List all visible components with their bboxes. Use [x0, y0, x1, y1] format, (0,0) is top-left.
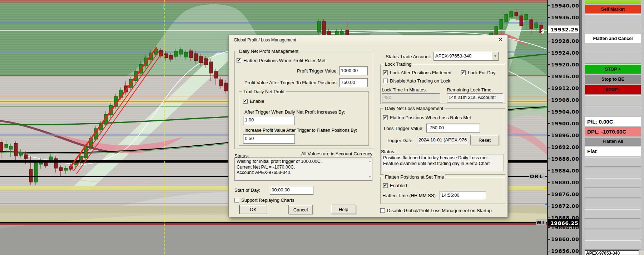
price-scale[interactable]: 19940.0019936.0019932.2519928.0019924.00…: [547, 0, 579, 255]
lock-time-input[interactable]: 480: [382, 93, 440, 102]
panel-button-blank[interactable]: [585, 14, 641, 23]
help-button[interactable]: Help: [331, 205, 356, 214]
scale-tick: [548, 5, 550, 6]
flatten-time-input[interactable]: 14:55:00: [440, 191, 486, 200]
dialog-title: Global Profit / Loss Management: [234, 38, 296, 42]
profit-after-input[interactable]: 750.00: [339, 78, 368, 87]
scale-tick: [548, 135, 550, 136]
scroll-down-icon[interactable]: ▼: [368, 174, 371, 180]
trade-account-dropdown[interactable]: APEX-97653-340 ▼: [434, 52, 499, 61]
profit-trigger-input[interactable]: 1000.00: [339, 66, 368, 75]
flatten-profit-checkbox[interactable]: [237, 58, 241, 63]
group-legend: Trail Daily Net Profit: [242, 89, 286, 94]
panel-button-blank[interactable]: [585, 209, 641, 219]
flatten-loss-checkbox[interactable]: [383, 115, 388, 120]
scroll-up-icon[interactable]: ▲: [368, 159, 371, 164]
disable-auto-label: Disable Auto Trading on Lock: [390, 78, 450, 84]
svg-text:WI: WI: [536, 220, 545, 225]
remaining-lock-label: Remaining Lock Time:: [447, 87, 493, 92]
lock-for-day-checkbox[interactable]: [461, 70, 466, 75]
panel-button-blank[interactable]: [585, 240, 641, 250]
panel-button-blank[interactable]: [585, 199, 641, 208]
panel-button-blank[interactable]: [585, 220, 641, 229]
price-label: 19876.00: [551, 191, 579, 197]
panel-button-blank[interactable]: [585, 178, 641, 188]
trigger-date-input[interactable]: 2024-10-01 (APEX-9765: [417, 136, 467, 145]
panel-account-dropdown-button[interactable]: [640, 251, 644, 255]
scale-tick: [548, 123, 550, 124]
disable-auto-checkbox[interactable]: [383, 79, 388, 83]
disable-startup-label: Disable Global/Profit Loss Management on…: [387, 208, 492, 213]
chevron-down-icon[interactable]: ▼: [492, 52, 498, 60]
loss-trigger-input[interactable]: -750.00: [426, 124, 480, 132]
panel-button-blank[interactable]: [585, 189, 641, 198]
status-line: Account: APEX-97653-340.: [237, 170, 367, 176]
panel-button-stop[interactable]: STOP +: [585, 64, 641, 74]
scale-tick: [548, 218, 550, 218]
dialog-titlebar[interactable]: Global Profit / Loss Management ✕: [229, 35, 507, 45]
panel-button-blank[interactable]: [585, 54, 641, 64]
panel-account-dropdown[interactable]: APEX-97653-340: [585, 250, 639, 255]
last-price-box: 19932.25: [548, 26, 580, 33]
start-of-day-input[interactable]: 00:00:00: [270, 186, 313, 195]
scale-tick: [548, 100, 550, 100]
trail-increase-input[interactable]: 1.00: [243, 116, 295, 125]
panel-button-stop[interactable]: STOP -: [585, 85, 641, 95]
panel-button-blank[interactable]: [585, 230, 641, 239]
remaining-lock-value: 14h 21m 21s. Account:: [447, 93, 503, 102]
panel-button-blank[interactable]: [585, 95, 641, 105]
panel-button-flatten-and-cancel[interactable]: Flatten and Cancel: [585, 34, 641, 43]
disable-startup-checkbox[interactable]: [380, 208, 385, 213]
loss-status-box[interactable]: Positions flattened for today because Da…: [381, 154, 504, 171]
scale-tick: [548, 206, 550, 206]
price-label: 19912.00: [551, 85, 579, 91]
svg-text:ORL: ORL: [530, 174, 543, 179]
scale-tick: [548, 76, 550, 77]
lock-after-label: Lock After Positions Flattened: [390, 70, 451, 75]
support-replay-checkbox[interactable]: [234, 198, 239, 202]
loss-trigger-label: Loss Trigger Value:: [384, 126, 423, 131]
panel-button-blank[interactable]: [585, 44, 641, 53]
trail-enable-checkbox[interactable]: [243, 99, 248, 104]
flatten-time-enabled-checkbox[interactable]: [383, 183, 388, 188]
panel-button-blank[interactable]: [585, 24, 641, 33]
close-icon[interactable]: ✕: [498, 37, 503, 42]
trigger-date-label: Trigger Date:: [387, 138, 413, 143]
flatten-profit-label: Flatten Positions When Profit Rules Met: [243, 58, 326, 63]
status-trade-account-label: Status Trade Account:: [386, 54, 431, 59]
cancel-button[interactable]: Cancel: [288, 205, 313, 214]
currency-note: All Values are in Account Currency: [282, 151, 372, 156]
status-line: Current Net P/L = -1070.00C.: [237, 165, 367, 170]
panel-button-stop-to-be[interactable]: Stop to BE: [585, 75, 641, 84]
lock-after-checkbox[interactable]: [383, 70, 388, 75]
panel-button-flatten-all[interactable]: Flatten All: [585, 137, 641, 146]
price-label: 19916.00: [551, 74, 579, 79]
panel-button-blank[interactable]: [585, 106, 641, 116]
reset-button[interactable]: Reset: [470, 135, 499, 145]
panel-button-dpl-1070-00c[interactable]: DPL: -1070.00C: [585, 127, 641, 136]
panel-button-p-l-0-00c[interactable]: P/L: 0.00C: [585, 117, 641, 126]
profit-trigger-label: Profit Trigger Value:: [261, 68, 338, 74]
price-label: 19908.00: [551, 97, 579, 103]
group-legend: Daily Net Profit Management: [238, 49, 300, 54]
group-legend: Flatten Positions at Set Time: [383, 174, 445, 180]
profit-status-box[interactable]: Waiting for initial profit trigger of 10…: [234, 158, 372, 181]
panel-button-blank[interactable]: [585, 158, 641, 167]
trail-flatten-by-input[interactable]: 0.50: [243, 134, 295, 144]
ok-button[interactable]: OK: [239, 205, 267, 214]
panel-button-blank[interactable]: [585, 168, 641, 177]
status-line: Feature disabled until next trading day …: [383, 161, 502, 167]
flatten-time-label: Flatten Time (HH:MM:SS):: [382, 193, 437, 198]
price-label: 19904.00: [551, 109, 579, 115]
panel-button-blank[interactable]: [585, 0, 641, 4]
panel-button-sell-market[interactable]: Sell Market: [585, 5, 641, 14]
global-profit-loss-dialog: Global Profit / Loss Management ✕ Daily …: [228, 35, 508, 218]
lock-for-day-label: Lock For Day: [468, 70, 495, 75]
support-replay-label: Support Replaying Charts: [241, 198, 294, 203]
group-legend: Daily Net Loss Management: [383, 106, 445, 111]
panel-button-flat[interactable]: Flat: [585, 146, 641, 156]
lock-time-label: Lock Time In Minutes:: [382, 87, 427, 92]
status-line: Positions flattened for today because Da…: [383, 155, 502, 161]
start-of-day-label: Start of Day:: [234, 188, 260, 193]
price-label: 19928.00: [551, 38, 579, 44]
